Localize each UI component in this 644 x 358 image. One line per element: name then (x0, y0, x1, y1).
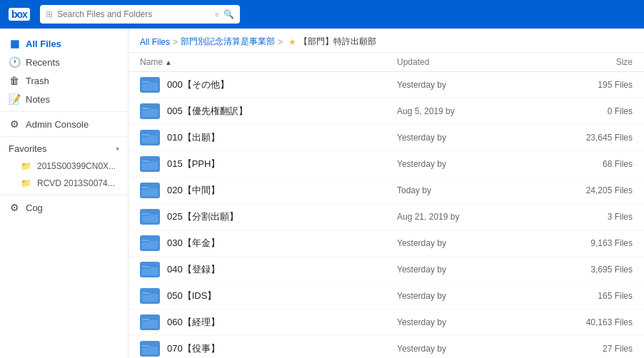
sidebar-item-recents[interactable]: 🕐 Recents (0, 53, 128, 71)
folder-icon (140, 156, 160, 172)
file-name: 050【IDS】 (167, 290, 397, 302)
col-header-size: Size (540, 57, 633, 67)
file-updated: Yesterday by (397, 80, 540, 90)
breadcrumb: All Files > 部門別記念清算是事業部 > ★ 【部門】特許出願部 (129, 29, 644, 53)
file-updated: Yesterday by (397, 344, 540, 354)
folder-icon (140, 209, 160, 225)
file-size: 3,695 Files (540, 265, 633, 275)
breadcrumb-star-icon[interactable]: ★ (288, 37, 296, 47)
table-row[interactable]: 005【優先権翻訳】 Aug 5, 2019 by 0 Files (129, 98, 644, 125)
sidebar-label-notes: Notes (26, 94, 50, 105)
sidebar-fav-item-2[interactable]: 📁 RCVD 2013S0074... (0, 175, 128, 192)
file-size: 68 Files (540, 159, 633, 169)
folder-icon (140, 235, 160, 251)
folder-icon (140, 262, 160, 277)
sidebar-label-admin-console: Admin Console (26, 119, 89, 130)
sidebar-item-trash[interactable]: 🗑 Trash (0, 71, 128, 90)
notes-icon: 📝 (9, 93, 20, 105)
sidebar-item-cog[interactable]: ⚙ Cog (0, 198, 128, 217)
sidebar-divider-3 (0, 195, 128, 195)
sidebar-item-favorites[interactable]: Favorites ▾ (0, 140, 128, 158)
cog-icon: ⚙ (9, 202, 20, 213)
favorites-chevron-icon: ▾ (116, 145, 119, 153)
sidebar-label-recents: Recents (26, 57, 60, 68)
search-input[interactable] (57, 9, 211, 19)
sidebar-item-all-files[interactable]: ▦ All Files (0, 34, 128, 53)
table-row[interactable]: 015【PPH】 Yesterday by 68 Files (129, 151, 644, 178)
fav-folder-icon-2: 📁 (20, 178, 31, 188)
table-row[interactable]: 020【中間】 Today by 24,205 Files (129, 178, 644, 204)
breadcrumb-level2[interactable]: 部門別記念清算是事業部 (181, 36, 275, 48)
col-header-updated: Updated (397, 57, 540, 67)
table-row[interactable]: 070【役事】 Yesterday by 27 Files (129, 336, 644, 358)
filter-icon: ≡ (215, 11, 219, 19)
sidebar-divider (0, 111, 128, 112)
fav-folder-icon-1: 📁 (20, 161, 31, 171)
file-updated: Yesterday by (397, 159, 540, 169)
file-name: 010【出願】 (167, 131, 397, 144)
file-size: 165 Files (540, 291, 633, 301)
table-row[interactable]: 060【経理】 Yesterday by 40,163 Files (129, 310, 644, 336)
file-name: 000【その他】 (167, 78, 397, 91)
sidebar-label-trash: Trash (26, 76, 49, 86)
file-size: 195 Files (540, 80, 633, 90)
file-name: 005【優先権翻訳】 (167, 105, 397, 118)
folder-icon (140, 314, 160, 330)
sidebar-item-admin-console[interactable]: ⚙ Admin Console (0, 115, 128, 133)
table-row[interactable]: 025【分割出願】 Aug 21, 2019 by 3 Files (129, 204, 644, 230)
breadcrumb-sep-1: > (173, 37, 178, 47)
breadcrumb-all-files[interactable]: All Files (140, 37, 170, 47)
file-name: 020【中間】 (167, 184, 397, 197)
file-name: 015【PPH】 (167, 158, 397, 170)
col-header-name[interactable]: Name ▲ (140, 57, 397, 67)
file-name: 040【登録】 (167, 263, 397, 276)
file-name: 030【年金】 (167, 237, 397, 250)
file-updated: Yesterday by (397, 317, 540, 327)
file-size: 24,205 Files (540, 185, 633, 195)
header: box ⊞ ≡ 🔍 (0, 0, 644, 29)
file-name: 070【役事】 (167, 342, 397, 355)
table-row[interactable]: 050【IDS】 Yesterday by 165 Files (129, 283, 644, 310)
search-bar[interactable]: ⊞ ≡ 🔍 (40, 5, 240, 24)
folder-icon (140, 183, 160, 198)
admin-console-icon: ⚙ (9, 118, 20, 130)
logo: box (9, 8, 31, 21)
file-updated: Today by (397, 185, 540, 195)
file-size: 40,163 Files (540, 317, 633, 327)
recents-icon: 🕐 (9, 56, 20, 68)
file-name: 060【経理】 (167, 316, 397, 329)
file-updated: Yesterday by (397, 265, 540, 275)
table-row[interactable]: 040【登録】 Yesterday by 3,695 Files (129, 257, 644, 283)
sidebar-label-cog: Cog (26, 203, 43, 213)
breadcrumb-sep-2: > (278, 37, 283, 47)
file-size: 27 Files (540, 344, 633, 354)
file-size: 3 Files (540, 212, 633, 222)
search-submit-icon[interactable]: 🔍 (223, 9, 234, 19)
sidebar-label-all-files: All Files (26, 39, 61, 49)
sort-arrow-icon: ▲ (165, 58, 172, 66)
sidebar-item-notes[interactable]: 📝 Notes (0, 90, 128, 108)
sidebar-fav-item-1[interactable]: 📁 2015S00399CN0X... (0, 158, 128, 175)
folder-icon (140, 77, 160, 93)
file-size: 0 Files (540, 106, 633, 116)
table-row[interactable]: 030【年金】 Yesterday by 9,163 Files (129, 230, 644, 257)
search-icon: ⊞ (46, 9, 53, 19)
folder-icon (140, 130, 160, 145)
main-layout: ▦ All Files 🕐 Recents 🗑 Trash 📝 Notes ⚙ … (0, 29, 644, 358)
file-updated: Yesterday by (397, 133, 540, 143)
folder-icon (140, 341, 160, 357)
fav-label-1: 2015S00399CN0X... (37, 161, 116, 171)
trash-icon: 🗑 (9, 75, 20, 86)
file-updated: Yesterday by (397, 291, 540, 301)
logo-box-icon: box (9, 8, 30, 21)
sidebar-label-favorites: Favorites (9, 143, 46, 154)
col-name-label: Name (140, 57, 163, 67)
table-row[interactable]: 000【その他】 Yesterday by 195 Files (129, 72, 644, 98)
file-rows-container: 000【その他】 Yesterday by 195 Files 005【優先権翻… (129, 72, 644, 358)
file-list-header: Name ▲ Updated Size (129, 53, 644, 72)
fav-label-2: RCVD 2013S0074... (37, 178, 115, 188)
file-size: 23,645 Files (540, 133, 633, 143)
folder-icon (140, 288, 160, 304)
table-row[interactable]: 010【出願】 Yesterday by 23,645 Files (129, 125, 644, 151)
file-list: Name ▲ Updated Size 000【その他】 Yesterday b… (129, 53, 644, 358)
